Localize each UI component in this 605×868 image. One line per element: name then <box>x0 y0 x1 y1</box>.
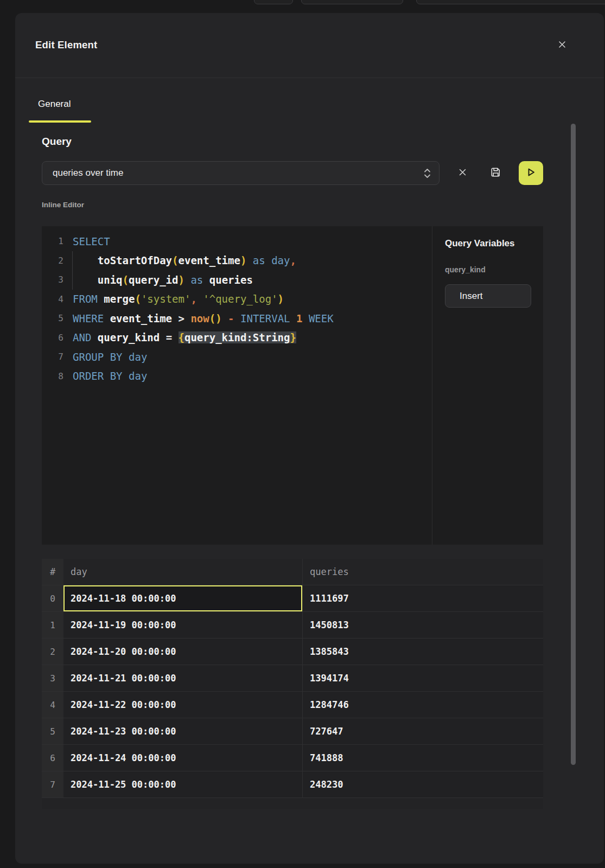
table-row: 32024-11-21 00:00:001394174 <box>42 665 543 691</box>
table-cell[interactable]: 1450813 <box>302 612 543 638</box>
inline-editor-label: Inline Editor <box>42 201 84 209</box>
code-text: SELECT <box>73 235 110 247</box>
query-variables-heading: Query Variables <box>445 238 515 249</box>
row-index: 4 <box>42 692 63 718</box>
code-line[interactable]: 2 toStartOfDay(event_time) as day, <box>42 251 432 271</box>
row-index: 0 <box>42 585 63 611</box>
code-line[interactable]: 8ORDER BY day <box>42 367 432 386</box>
close-icon <box>558 40 566 50</box>
line-number: 7 <box>42 352 63 362</box>
clear-icon <box>458 168 467 178</box>
query-select-value: queries over time <box>53 168 423 178</box>
column-header-index: # <box>42 559 63 585</box>
indent-guide <box>72 251 73 290</box>
line-number: 5 <box>42 313 63 323</box>
line-number: 8 <box>42 371 63 381</box>
clear-query-button[interactable] <box>455 165 470 181</box>
line-number: 6 <box>42 333 63 343</box>
table-row: 72024-11-25 00:00:00248230 <box>42 771 543 797</box>
code-text: ORDER BY day <box>73 370 147 382</box>
table-cell[interactable]: 1385843 <box>302 639 543 665</box>
row-index: 5 <box>42 718 63 744</box>
table-cell[interactable]: 1111697 <box>302 585 543 611</box>
tab-general[interactable]: General <box>38 99 71 110</box>
code-line[interactable]: 7GROUP BY day <box>42 347 432 367</box>
row-index: 2 <box>42 639 63 665</box>
code-line[interactable]: 3 uniq(query_id) as queries <box>42 270 432 290</box>
code-text: FROM merge('system', '^query_log') <box>73 293 284 305</box>
code-line[interactable]: 5WHERE event_time > now() - INTERVAL 1 W… <box>42 309 432 328</box>
header-divider <box>15 78 604 78</box>
close-button[interactable] <box>553 36 571 54</box>
table-cell[interactable]: 2024-11-20 00:00:00 <box>63 639 302 665</box>
line-number: 2 <box>42 256 63 266</box>
table-cell[interactable]: 2024-11-24 00:00:00 <box>63 745 302 771</box>
chevron-up-down-icon <box>423 167 431 180</box>
variable-name-label: query_kind <box>445 265 486 274</box>
table-cell[interactable]: 741888 <box>302 745 543 771</box>
table-cell[interactable]: 2024-11-25 00:00:00 <box>63 771 302 797</box>
code-text: GROUP BY day <box>73 351 147 363</box>
table-cell[interactable]: 2024-11-18 00:00:00 <box>63 585 302 611</box>
row-index: 3 <box>42 665 63 691</box>
table-cell[interactable]: 2024-11-21 00:00:00 <box>63 665 302 691</box>
run-query-button[interactable] <box>519 161 543 185</box>
table-row: 22024-11-20 00:00:001385843 <box>42 638 543 665</box>
table-cell[interactable]: 2024-11-23 00:00:00 <box>63 718 302 744</box>
code-text: WHERE event_time > now() - INTERVAL 1 WE… <box>73 312 334 324</box>
line-number: 1 <box>42 236 63 246</box>
background-toolbar-button[interactable] <box>416 0 605 4</box>
sql-editor[interactable]: 1SELECT2 toStartOfDay(event_time) as day… <box>42 226 543 545</box>
row-index: 7 <box>42 771 63 797</box>
save-icon <box>489 166 502 180</box>
line-number: 3 <box>42 275 63 285</box>
table-cell[interactable]: 1394174 <box>302 665 543 691</box>
table-row: 02024-11-18 00:00:001111697 <box>42 585 543 611</box>
insert-variable-button[interactable]: Insert <box>445 284 531 308</box>
table-row: 62024-11-24 00:00:00741888 <box>42 744 543 771</box>
query-select[interactable]: queries over time <box>42 161 440 185</box>
active-tab-indicator <box>29 120 91 123</box>
background-toolbar-button[interactable] <box>254 0 293 4</box>
code-lines[interactable]: 1SELECT2 toStartOfDay(event_time) as day… <box>42 226 432 545</box>
row-index: 1 <box>42 612 63 638</box>
background-toolbar-button[interactable] <box>301 0 403 4</box>
column-header-queries[interactable]: queries <box>302 559 543 585</box>
table-header-row: #dayqueries <box>42 559 543 585</box>
play-icon <box>525 167 537 180</box>
line-number: 4 <box>42 294 63 304</box>
code-text: uniq(query_id) as queries <box>73 274 253 286</box>
query-variables-panel: Query Variables query_kind Insert <box>432 226 543 545</box>
table-cell[interactable]: 2024-11-22 00:00:00 <box>63 692 302 718</box>
code-line[interactable]: 1SELECT <box>42 232 432 251</box>
table-cell[interactable]: 2024-11-19 00:00:00 <box>63 612 302 638</box>
code-text: toStartOfDay(event_time) as day, <box>73 254 296 266</box>
table-row: 12024-11-19 00:00:001450813 <box>42 611 543 638</box>
results-table: #dayqueries02024-11-18 00:00:00111169712… <box>42 559 543 809</box>
query-section-heading: Query <box>42 136 72 148</box>
table-row: 52024-11-23 00:00:00727647 <box>42 718 543 744</box>
table-cell[interactable]: 1284746 <box>302 692 543 718</box>
column-header-day[interactable]: day <box>63 559 302 585</box>
table-row: 42024-11-22 00:00:001284746 <box>42 691 543 718</box>
scrollbar-thumb[interactable] <box>571 124 576 765</box>
table-cell[interactable]: 727647 <box>302 718 543 744</box>
table-footer <box>42 797 543 809</box>
code-line[interactable]: 4FROM merge('system', '^query_log') <box>42 290 432 309</box>
code-line[interactable]: 6AND query_kind = {query_kind:String} <box>42 328 432 348</box>
modal-title: Edit Element <box>35 39 97 51</box>
edit-element-modal: Edit Element General Query queries over … <box>15 13 604 864</box>
save-query-button[interactable] <box>486 163 505 183</box>
code-text: AND query_kind = {query_kind:String} <box>73 331 296 343</box>
row-index: 6 <box>42 745 63 771</box>
table-cell[interactable]: 248230 <box>302 771 543 797</box>
